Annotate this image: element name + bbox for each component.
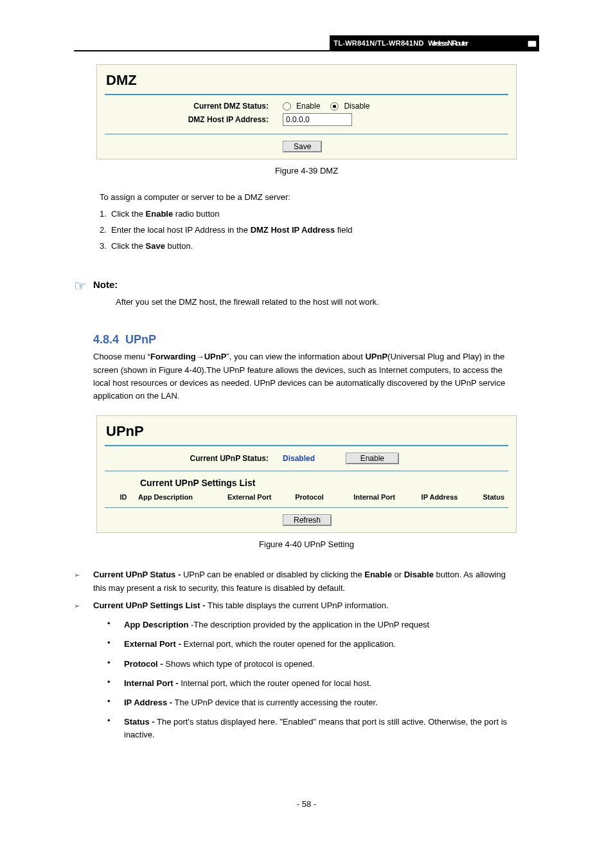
bullet-icon: • [107, 619, 124, 628]
note-label: Note: [93, 279, 118, 290]
dmz-enable-radio[interactable] [283, 102, 291, 111]
header-bar: TL-WR841N/TL-WR841ND Wireless N Router ▮… [74, 35, 539, 51]
section-heading: 4.8.4 UPnP [93, 333, 539, 347]
col-int: Internal Port [353, 493, 421, 501]
col-app: App Description [138, 493, 227, 501]
upnp-enable-button[interactable]: Enable [346, 453, 399, 464]
upnp-list-title: Current UPnP Settings List [140, 478, 508, 488]
bullet-icon: • [107, 638, 124, 647]
dmz-disable-label: Disable [344, 102, 369, 111]
pointer-icon: ☞ [74, 279, 87, 293]
upnp-title: UPnP [106, 423, 508, 440]
dmz-instructions: To assign a computer or server to be a D… [100, 191, 513, 253]
upnp-panel: UPnP Current UPnP Status: Disabled Enabl… [96, 415, 517, 533]
col-ip: IP Address [422, 493, 483, 501]
dmz-panel: DMZ Current DMZ Status: Enable Disable D… [96, 64, 517, 159]
dmz-ip-input[interactable] [283, 113, 352, 126]
note-block: ☞ Note: [74, 279, 520, 293]
dmz-figure-caption: Figure 4-39 DMZ [74, 166, 539, 176]
dmz-disable-radio[interactable] [330, 102, 339, 111]
bullet-icon: • [107, 677, 124, 687]
dmz-enable-label: Enable [296, 102, 320, 111]
upnp-figure-caption: Figure 4-40 UPnP Setting [74, 539, 539, 549]
upnp-columns: ID App Description External Port Protoco… [105, 493, 508, 503]
upnp-status-label: Current UPnP Status: [105, 454, 283, 463]
upnp-status-value: Disabled [283, 454, 326, 463]
dmz-ip-label: DMZ Host IP Address: [105, 115, 283, 124]
arrow-icon: ➢ [74, 599, 93, 612]
bullet-icon: • [107, 658, 124, 667]
note-text: After you set the DMZ host, the firewall… [116, 296, 539, 309]
col-status: Status [483, 493, 504, 501]
col-id: ID [109, 493, 138, 501]
upnp-description-list: ➢ Current UPnP Status - UPnP can be enab… [74, 568, 517, 741]
bullet-icon: • [107, 696, 124, 706]
dmz-status-label: Current DMZ Status: [105, 102, 283, 111]
header-model: TL-WR841N/TL-WR841ND Wireless N Router ▮… [330, 35, 539, 50]
section-paragraph: Choose menu “Forwarding→UPnP”, you can v… [93, 350, 513, 402]
col-proto: Protocol [295, 493, 353, 501]
bullet-icon: • [107, 716, 124, 725]
refresh-button[interactable]: Refresh [283, 514, 332, 526]
page-number: - 58 - [74, 799, 539, 809]
dmz-title: DMZ [106, 72, 508, 89]
col-ext: External Port [227, 493, 295, 501]
signal-icon: ▮▮▮ [528, 39, 535, 48]
arrow-icon: ➢ [74, 568, 93, 581]
save-button[interactable]: Save [283, 141, 322, 152]
